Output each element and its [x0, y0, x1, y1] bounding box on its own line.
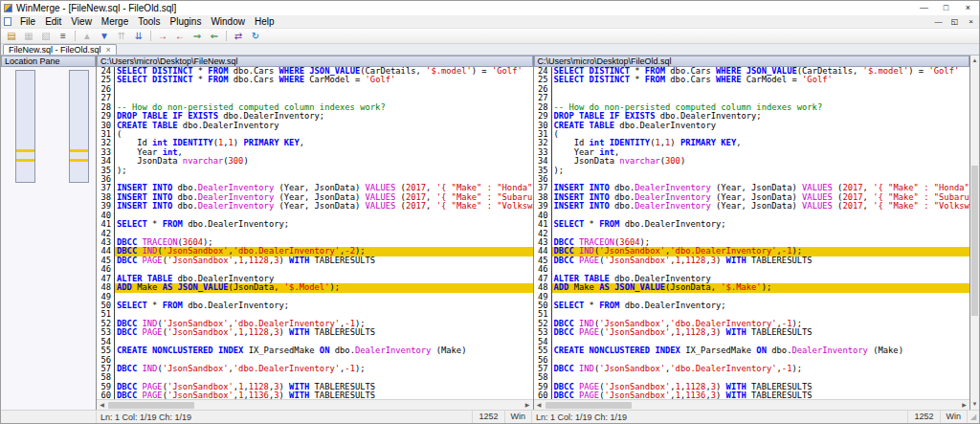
code-line-58[interactable]: 58: [534, 373, 970, 382]
scroll-right-arrow-icon[interactable]: ▶: [959, 400, 969, 411]
menu-plugins[interactable]: Plugins: [166, 15, 207, 28]
code-line-34[interactable]: 34 JsonData nvarchar(300): [534, 157, 970, 166]
code-line-48[interactable]: 48ADD Make AS JSON_VALUE(JsonData, '$.Mo…: [97, 283, 533, 292]
code-line-28[interactable]: 28-- How do non-persisted computed colum…: [97, 103, 533, 112]
code-line-24[interactable]: 24SELECT DISTINCT * FROM dbo.Cars WHERE …: [97, 67, 533, 76]
menu-help[interactable]: Help: [250, 15, 279, 28]
code-line-57[interactable]: 57DBCC IND('JsonSandbox','dbo.DealerInve…: [534, 365, 970, 373]
scroll-down-arrow-icon[interactable]: ▼: [970, 399, 979, 410]
code-line-29[interactable]: 29DROP TABLE IF EXISTS dbo.DealerInvento…: [534, 112, 970, 121]
code-line-54[interactable]: 54: [534, 338, 970, 346]
code-line-30[interactable]: 30CREATE TABLE dbo.DealerInventory: [97, 122, 533, 130]
code-line-59[interactable]: 59DBCC PAGE('JsonSandbox',1,1128,3) WITH…: [97, 383, 533, 391]
code-line-43[interactable]: 43DBCC TRACEON(3604);: [97, 238, 533, 247]
child-close-button[interactable]: ×: [963, 16, 979, 28]
code-line-42[interactable]: 42: [97, 230, 533, 238]
code-line-30[interactable]: 30CREATE TABLE dbo.DealerInventory: [534, 122, 970, 130]
code-line-27[interactable]: 27: [534, 94, 970, 102]
scrollbar-track[interactable]: [970, 66, 979, 399]
code-line-38[interactable]: 38INSERT INTO dbo.DealerInventory (Year,…: [534, 193, 970, 202]
diff-marker[interactable]: [16, 149, 34, 152]
code-line-38[interactable]: 38INSERT INTO dbo.DealerInventory (Year,…: [97, 193, 533, 202]
code-line-31[interactable]: 31(: [97, 130, 533, 139]
code-line-44[interactable]: 44DBCC IND('JsonSandbox','dbo.DealerInve…: [534, 247, 970, 256]
code-line-41[interactable]: 41SELECT * FROM dbo.DealerInventory;: [97, 220, 533, 229]
menu-edit[interactable]: Edit: [40, 15, 66, 28]
code-line-31[interactable]: 31(: [534, 130, 970, 139]
diff-marker[interactable]: [70, 159, 88, 162]
scroll-left-arrow-icon[interactable]: ◀: [97, 400, 107, 411]
code-line-59[interactable]: 59DBCC PAGE('JsonSandbox',1,1128,3) WITH…: [534, 383, 970, 391]
code-line-29[interactable]: 29DROP TABLE IF EXISTS dbo.DealerInvento…: [97, 112, 533, 121]
code-line-54[interactable]: 54: [97, 338, 533, 346]
code-area-left[interactable]: 24SELECT DISTINCT * FROM dbo.Cars WHERE …: [97, 67, 533, 399]
code-line-34[interactable]: 34 JsonData nvarchar(300): [97, 157, 533, 166]
minimize-button[interactable]: —: [913, 1, 935, 15]
code-line-48[interactable]: 48ADD Make AS JSON_VALUE(JsonData, '$.Ma…: [534, 283, 970, 292]
location-bar-right-file[interactable]: [69, 70, 89, 183]
code-line-26[interactable]: 26: [534, 85, 970, 94]
scroll-up-arrow-icon[interactable]: ▲: [970, 56, 979, 66]
code-line-55[interactable]: 55CREATE NONCLUSTERED INDEX IX_ParsedMak…: [97, 346, 533, 355]
toolbar-copy-right-button[interactable]: →: [154, 29, 171, 43]
code-line-33[interactable]: 33 Year int,: [534, 148, 970, 157]
code-line-55[interactable]: 55CREATE NONCLUSTERED INDEX IX_ParsedMak…: [534, 346, 970, 355]
toolbar-refresh-button[interactable]: ↻: [247, 29, 264, 43]
menu-merge[interactable]: Merge: [97, 15, 133, 28]
code-line-50[interactable]: 50SELECT * FROM dbo.DealerInventory;: [534, 301, 970, 310]
code-line-46[interactable]: 46: [534, 265, 970, 274]
code-line-35[interactable]: 35);: [97, 167, 533, 175]
code-line-35[interactable]: 35);: [534, 167, 970, 175]
menu-window[interactable]: Window: [206, 15, 250, 28]
code-line-36[interactable]: 36: [97, 175, 533, 184]
toolbar-copy-all-right-button[interactable]: ⇒: [189, 29, 206, 43]
horizontal-scrollbar-right[interactable]: ◀ ▶: [534, 399, 970, 410]
code-line-51[interactable]: 51: [97, 310, 533, 319]
toolbar-copy-all-left-button[interactable]: ⇐: [206, 29, 223, 43]
child-restore-button[interactable]: ◱: [947, 16, 963, 28]
vertical-scrollbar[interactable]: ▲ ▼: [970, 56, 979, 410]
code-line-26[interactable]: 26: [97, 85, 533, 94]
code-area-right[interactable]: 24SELECT DISTINCT * FROM dbo.Cars WHERE …: [534, 67, 970, 399]
menu-file[interactable]: File: [15, 15, 40, 28]
code-line-49[interactable]: 49: [534, 293, 970, 301]
code-line-27[interactable]: 27: [97, 94, 533, 102]
code-line-40[interactable]: 40: [534, 212, 970, 220]
scroll-left-arrow-icon[interactable]: ◀: [534, 400, 545, 411]
code-line-60[interactable]: 60DBCC PAGE('JsonSandbox',1,1136,3) WITH…: [97, 391, 533, 399]
code-line-42[interactable]: 42: [534, 230, 970, 238]
toolbar-previous-difference-button[interactable]: ▲: [78, 29, 96, 43]
child-minimize-button[interactable]: —: [930, 16, 947, 28]
resize-grip[interactable]: ◢: [968, 411, 979, 423]
code-line-32[interactable]: 32 Id int IDENTITY(1,1) PRIMARY KEY,: [97, 139, 533, 147]
code-line-36[interactable]: 36: [534, 175, 970, 184]
code-line-53[interactable]: 53DBCC PAGE('JsonSandbox',1,1128,3) WITH…: [534, 328, 970, 337]
code-line-45[interactable]: 45DBCC PAGE('JsonSandbox',1,1128,3) WITH…: [534, 257, 970, 265]
code-line-53[interactable]: 53DBCC PAGE('JsonSandbox',1,1128,3) WITH…: [97, 328, 533, 337]
code-line-39[interactable]: 39INSERT INTO dbo.DealerInventory (Year,…: [534, 202, 970, 211]
code-line-47[interactable]: 47ALTER TABLE dbo.DealerInventory: [97, 275, 533, 283]
scrollbar-thumb[interactable]: [971, 166, 978, 316]
location-bar-left-file[interactable]: [15, 70, 35, 183]
code-line-56[interactable]: 56: [534, 356, 970, 365]
toolbar-swap-panes-button[interactable]: ▧: [37, 29, 55, 43]
close-button[interactable]: ×: [957, 1, 979, 15]
code-line-57[interactable]: 57DBCC IND('JsonSandbox','dbo.DealerInve…: [97, 365, 533, 373]
code-line-41[interactable]: 41SELECT * FROM dbo.DealerInventory;: [534, 220, 970, 229]
code-line-40[interactable]: 40: [97, 212, 533, 220]
code-line-47[interactable]: 47ALTER TABLE dbo.DealerInventory: [534, 275, 970, 283]
maximize-button[interactable]: □: [935, 1, 957, 15]
document-system-menu-icon[interactable]: [4, 17, 11, 26]
code-line-58[interactable]: 58: [97, 373, 533, 382]
code-line-37[interactable]: 37INSERT INTO dbo.DealerInventory (Year,…: [534, 184, 970, 192]
toolbar-save-button[interactable]: ▦: [20, 29, 37, 43]
toolbar-auto-merge-button[interactable]: ⇄: [230, 29, 247, 43]
toolbar-copy-left-button[interactable]: ←: [171, 29, 189, 43]
code-line-24[interactable]: 24SELECT DISTINCT * FROM dbo.Cars WHERE …: [534, 67, 970, 76]
diff-marker[interactable]: [70, 149, 88, 152]
scrollbar-thumb[interactable]: [546, 402, 632, 409]
toolbar-last-difference-button[interactable]: ⇊: [130, 29, 147, 43]
code-line-45[interactable]: 45DBCC PAGE('JsonSandbox',1,1128,3) WITH…: [97, 257, 533, 265]
code-line-28[interactable]: 28-- How do non-persisted computed colum…: [534, 103, 970, 112]
tab-close-icon[interactable]: ×: [106, 45, 111, 55]
